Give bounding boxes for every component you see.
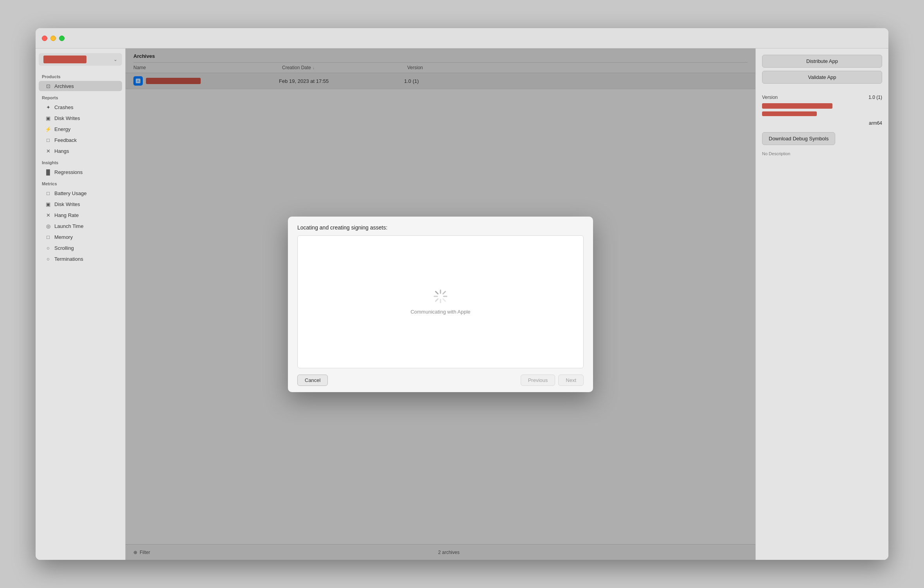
crashes-icon: ✦ <box>45 104 51 110</box>
sidebar-item-terminations-label: Terminations <box>54 256 83 262</box>
version-value: 1.0 (1) <box>868 95 882 100</box>
disk-writes-icon: ▣ <box>45 115 51 121</box>
main-layout: ⌄ Products ⊡ Archives Reports ✦ Crashes … <box>36 48 888 560</box>
sidebar-item-hangs[interactable]: ✕ Hangs <box>39 146 122 156</box>
spinner-status-text: Communicating with Apple <box>410 309 470 315</box>
sidebar: ⌄ Products ⊡ Archives Reports ✦ Crashes … <box>36 48 126 560</box>
traffic-lights <box>42 36 65 41</box>
modal-footer-right: Previous Next <box>521 375 584 386</box>
feedback-icon: □ <box>45 137 51 143</box>
sidebar-item-launch-time-label: Launch Time <box>54 223 83 229</box>
section-label-reports: Reports <box>36 94 125 102</box>
terminations-icon: ○ <box>45 256 51 262</box>
modal-content-area: Communicating with Apple <box>297 235 584 368</box>
svg-line-6 <box>435 292 438 294</box>
sidebar-item-battery-usage[interactable]: □ Battery Usage <box>39 188 122 198</box>
regressions-icon: ▐▌ <box>45 169 51 175</box>
arch-row: arm64 <box>762 119 882 127</box>
modal-footer: Cancel Previous Next <box>288 368 593 392</box>
loading-spinner <box>433 289 448 304</box>
sidebar-item-disk-writes-label: Disk Writes <box>54 115 80 121</box>
sidebar-item-archives-label: Archives <box>54 83 74 89</box>
battery-icon: □ <box>45 190 51 196</box>
sidebar-item-hang-rate[interactable]: ✕ Hang Rate <box>39 210 122 220</box>
identifier-redacted-block <box>762 103 832 109</box>
download-debug-symbols-button[interactable]: Download Debug Symbols <box>762 132 835 145</box>
cancel-button[interactable]: Cancel <box>297 375 328 386</box>
disk-writes-metrics-icon: ▣ <box>45 201 51 207</box>
modal-overlay: Locating and creating signing assets: <box>126 48 755 560</box>
content-area: Archives Name Creation Date ↓ Version <box>126 48 755 560</box>
titlebar <box>36 28 888 48</box>
close-button[interactable] <box>42 36 47 41</box>
maximize-button[interactable] <box>59 36 65 41</box>
version-row: Version 1.0 (1) <box>762 93 882 102</box>
sidebar-item-feedback-label: Feedback <box>54 137 77 143</box>
sidebar-item-launch-time[interactable]: ◎ Launch Time <box>39 221 122 231</box>
version-label: Version <box>762 95 778 100</box>
section-label-products: Products <box>36 73 125 81</box>
launch-time-icon: ◎ <box>45 223 51 229</box>
sidebar-item-disk-writes[interactable]: ▣ Disk Writes <box>39 113 122 123</box>
sidebar-item-memory[interactable]: □ Memory <box>39 232 122 242</box>
sidebar-item-feedback[interactable]: □ Feedback <box>39 135 122 145</box>
distribute-app-button[interactable]: Distribute App <box>762 55 882 68</box>
sidebar-item-memory-label: Memory <box>54 234 73 240</box>
description-label: No Description <box>762 151 882 156</box>
sidebar-item-energy[interactable]: ⚡ Energy <box>39 124 122 134</box>
svg-line-9 <box>435 299 438 301</box>
identifier-redacted-block2 <box>762 111 817 116</box>
arch-value: arm64 <box>869 120 882 126</box>
identifier-row <box>762 102 882 119</box>
right-panel-info: Version 1.0 (1) arm64 Download Debug Sym… <box>762 93 882 157</box>
sidebar-item-regressions[interactable]: ▐▌ Regressions <box>39 167 122 177</box>
modal-dialog: Locating and creating signing assets: <box>288 217 593 392</box>
chevron-down-icon: ⌄ <box>113 57 117 62</box>
sidebar-item-hang-rate-label: Hang Rate <box>54 212 79 218</box>
energy-icon: ⚡ <box>45 126 51 132</box>
next-button[interactable]: Next <box>558 375 584 386</box>
scrolling-icon: ○ <box>45 245 51 251</box>
identifier-redacted <box>762 103 882 117</box>
minimize-button[interactable] <box>50 36 56 41</box>
sidebar-item-crashes[interactable]: ✦ Crashes <box>39 102 122 112</box>
svg-line-7 <box>443 299 445 301</box>
app-selector[interactable]: ⌄ <box>39 53 122 66</box>
previous-button[interactable]: Previous <box>521 375 555 386</box>
hangs-icon: ✕ <box>45 148 51 154</box>
sidebar-item-energy-label: Energy <box>54 126 70 132</box>
sidebar-item-scrolling[interactable]: ○ Scrolling <box>39 243 122 253</box>
sidebar-item-scrolling-label: Scrolling <box>54 245 74 251</box>
sidebar-item-disk-writes-metrics-label: Disk Writes <box>54 201 80 207</box>
sidebar-item-battery-label: Battery Usage <box>54 190 86 196</box>
spinner-container: Communicating with Apple <box>410 289 470 315</box>
modal-title: Locating and creating signing assets: <box>288 217 593 235</box>
main-window: ⌄ Products ⊡ Archives Reports ✦ Crashes … <box>36 28 888 560</box>
right-panel: Distribute App Validate App Version 1.0 … <box>755 48 888 560</box>
sidebar-item-hangs-label: Hangs <box>54 148 69 154</box>
sidebar-item-terminations[interactable]: ○ Terminations <box>39 254 122 264</box>
sidebar-item-regressions-label: Regressions <box>54 169 83 175</box>
archives-icon: ⊡ <box>45 83 51 89</box>
sidebar-item-disk-writes-metrics[interactable]: ▣ Disk Writes <box>39 199 122 209</box>
sidebar-item-crashes-label: Crashes <box>54 104 73 110</box>
section-label-metrics: Metrics <box>36 180 125 188</box>
validate-app-button[interactable]: Validate App <box>762 71 882 84</box>
sidebar-item-archives[interactable]: ⊡ Archives <box>39 81 122 91</box>
svg-line-8 <box>443 292 445 294</box>
app-name-redacted <box>43 56 86 63</box>
hang-rate-icon: ✕ <box>45 212 51 218</box>
memory-icon: □ <box>45 234 51 240</box>
section-label-insights: Insights <box>36 159 125 167</box>
